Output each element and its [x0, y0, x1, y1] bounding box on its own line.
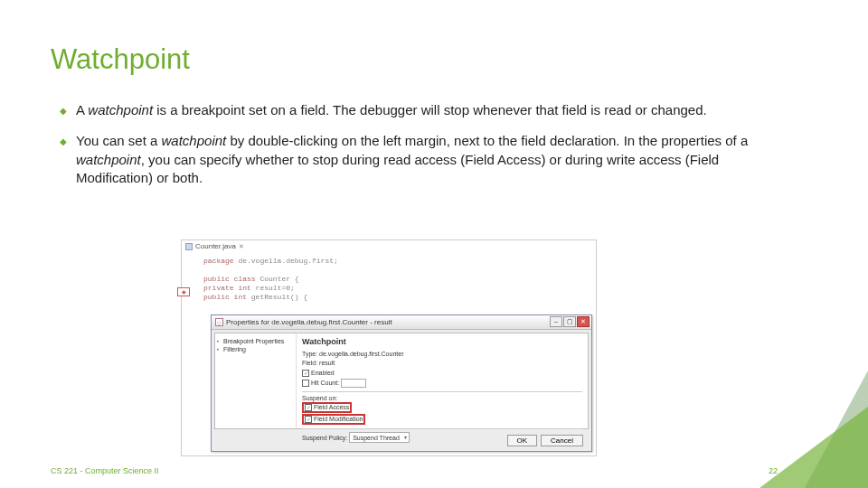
bullet-text: A watchpoint is a breakpoint set on a fi…: [76, 101, 707, 119]
code-editor[interactable]: package de.vogella.debug.first; public c…: [203, 257, 338, 302]
footer-text: CS 221 - Computer Science II: [51, 466, 159, 475]
sidebar-item-breakpoint-properties[interactable]: Breakpoint Properties: [218, 337, 293, 345]
minimize-icon[interactable]: –: [550, 316, 562, 327]
field-access-checkbox[interactable]: ✓Field Access: [302, 402, 352, 413]
bullet-icon: ◆: [60, 106, 67, 116]
dialog-sidebar: Breakpoint Properties Filtering: [215, 333, 297, 428]
dialog-title-text: Properties for de.vogella.debug.first.Co…: [226, 318, 392, 326]
bullet-text: You can set a watchpoint by double-click…: [76, 132, 765, 187]
section-heading: Watchpoint: [302, 337, 582, 346]
dialog-body: Breakpoint Properties Filtering Watchpoi…: [214, 333, 589, 429]
bullet-list: ◆ A watchpoint is a breakpoint set on a …: [60, 101, 765, 200]
type-row: Type: de.vogella.debug.first.Counter: [302, 350, 582, 359]
bullet-icon: ◆: [60, 136, 67, 146]
ide-screenshot: Counter.java ✕ package de.vogella.debug.…: [181, 239, 597, 456]
watchpoint-marker-icon[interactable]: ◆: [177, 287, 190, 296]
ok-button[interactable]: OK: [507, 435, 538, 446]
dialog-footer: OK Cancel: [214, 432, 589, 448]
suspend-on-section: Suspend on: ✓Field Access ✓Field Modific…: [302, 391, 582, 425]
tab-label: Counter.java: [195, 242, 236, 250]
suspend-on-label: Suspend on:: [302, 395, 582, 401]
slide-title: Watchpoint: [51, 43, 190, 76]
editor-tab[interactable]: Counter.java ✕: [185, 242, 244, 250]
hitcount-checkbox[interactable]: ✓Hit Count:: [302, 379, 582, 388]
sidebar-item-filtering[interactable]: Filtering: [218, 345, 293, 353]
field-row: Field: result: [302, 359, 582, 368]
slide: Watchpoint ◆ A watchpoint is a breakpoin…: [0, 0, 868, 488]
properties-dialog: ◇ Properties for de.vogella.debug.first.…: [211, 314, 592, 452]
close-icon[interactable]: ✕: [577, 316, 590, 327]
decorative-triangle: [760, 407, 868, 488]
bullet-item: ◆ A watchpoint is a breakpoint set on a …: [60, 101, 765, 119]
enabled-checkbox[interactable]: ✓Enabled: [302, 370, 582, 377]
cancel-button[interactable]: Cancel: [541, 435, 583, 446]
hitcount-field[interactable]: [341, 379, 366, 388]
field-modification-checkbox[interactable]: ✓Field Modification: [302, 414, 365, 425]
dialog-main: Watchpoint Type: de.vogella.debug.first.…: [297, 333, 588, 428]
close-icon[interactable]: ✕: [239, 243, 244, 250]
maximize-icon[interactable]: ▢: [563, 316, 576, 327]
bullet-item: ◆ You can set a watchpoint by double-cli…: [60, 132, 765, 187]
java-file-icon: [185, 243, 193, 250]
watchpoint-icon: ◇: [215, 318, 223, 326]
dialog-titlebar[interactable]: ◇ Properties for de.vogella.debug.first.…: [212, 315, 591, 330]
